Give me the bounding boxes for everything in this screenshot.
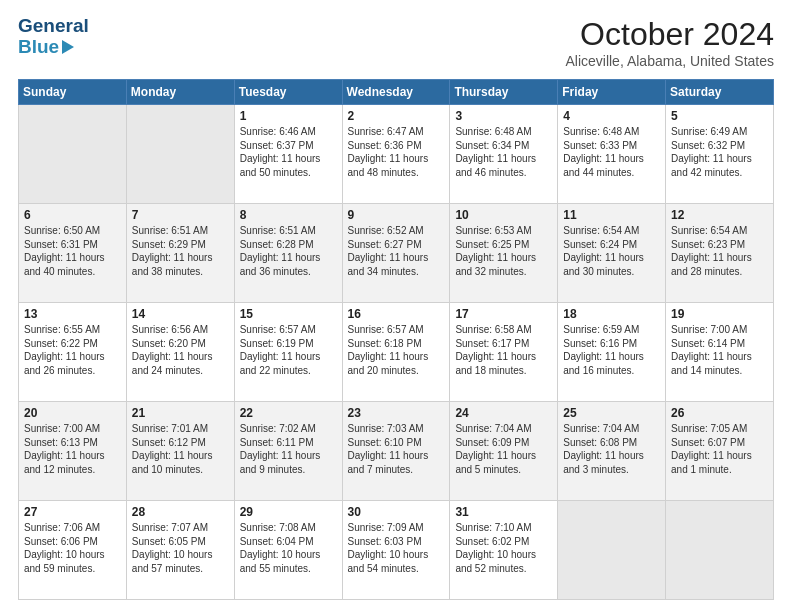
calendar-cell: 8Sunrise: 6:51 AMSunset: 6:28 PMDaylight… (234, 204, 342, 303)
calendar-cell: 2Sunrise: 6:47 AMSunset: 6:36 PMDaylight… (342, 105, 450, 204)
cell-text: Sunrise: 7:00 AMSunset: 6:13 PMDaylight:… (24, 422, 121, 476)
week-row-1: 1Sunrise: 6:46 AMSunset: 6:37 PMDaylight… (19, 105, 774, 204)
day-number: 8 (240, 208, 337, 222)
calendar-cell: 11Sunrise: 6:54 AMSunset: 6:24 PMDayligh… (558, 204, 666, 303)
day-number: 4 (563, 109, 660, 123)
day-number: 19 (671, 307, 768, 321)
calendar-cell: 18Sunrise: 6:59 AMSunset: 6:16 PMDayligh… (558, 303, 666, 402)
calendar-cell: 30Sunrise: 7:09 AMSunset: 6:03 PMDayligh… (342, 501, 450, 600)
calendar-cell: 9Sunrise: 6:52 AMSunset: 6:27 PMDaylight… (342, 204, 450, 303)
month-title: October 2024 (565, 16, 774, 53)
calendar-cell: 12Sunrise: 6:54 AMSunset: 6:23 PMDayligh… (666, 204, 774, 303)
page: General Blue October 2024 Aliceville, Al… (0, 0, 792, 612)
calendar-cell: 15Sunrise: 6:57 AMSunset: 6:19 PMDayligh… (234, 303, 342, 402)
calendar-cell: 28Sunrise: 7:07 AMSunset: 6:05 PMDayligh… (126, 501, 234, 600)
calendar-cell: 13Sunrise: 6:55 AMSunset: 6:22 PMDayligh… (19, 303, 127, 402)
day-number: 13 (24, 307, 121, 321)
cell-text: Sunrise: 7:01 AMSunset: 6:12 PMDaylight:… (132, 422, 229, 476)
logo-blue: Blue (18, 37, 59, 58)
cell-text: Sunrise: 6:56 AMSunset: 6:20 PMDaylight:… (132, 323, 229, 377)
calendar-cell: 16Sunrise: 6:57 AMSunset: 6:18 PMDayligh… (342, 303, 450, 402)
calendar-cell: 3Sunrise: 6:48 AMSunset: 6:34 PMDaylight… (450, 105, 558, 204)
cell-text: Sunrise: 6:48 AMSunset: 6:33 PMDaylight:… (563, 125, 660, 179)
day-number: 15 (240, 307, 337, 321)
calendar-cell: 19Sunrise: 7:00 AMSunset: 6:14 PMDayligh… (666, 303, 774, 402)
cell-text: Sunrise: 7:04 AMSunset: 6:09 PMDaylight:… (455, 422, 552, 476)
cell-text: Sunrise: 6:54 AMSunset: 6:23 PMDaylight:… (671, 224, 768, 278)
calendar-cell: 31Sunrise: 7:10 AMSunset: 6:02 PMDayligh… (450, 501, 558, 600)
day-number: 17 (455, 307, 552, 321)
calendar-table: SundayMondayTuesdayWednesdayThursdayFrid… (18, 79, 774, 600)
day-number: 10 (455, 208, 552, 222)
weekday-header-monday: Monday (126, 80, 234, 105)
calendar-cell: 24Sunrise: 7:04 AMSunset: 6:09 PMDayligh… (450, 402, 558, 501)
calendar-cell: 14Sunrise: 6:56 AMSunset: 6:20 PMDayligh… (126, 303, 234, 402)
cell-text: Sunrise: 6:59 AMSunset: 6:16 PMDaylight:… (563, 323, 660, 377)
cell-text: Sunrise: 6:53 AMSunset: 6:25 PMDaylight:… (455, 224, 552, 278)
weekday-header-saturday: Saturday (666, 80, 774, 105)
calendar-cell: 17Sunrise: 6:58 AMSunset: 6:17 PMDayligh… (450, 303, 558, 402)
cell-text: Sunrise: 6:49 AMSunset: 6:32 PMDaylight:… (671, 125, 768, 179)
weekday-header-tuesday: Tuesday (234, 80, 342, 105)
cell-text: Sunrise: 6:51 AMSunset: 6:29 PMDaylight:… (132, 224, 229, 278)
calendar-cell (666, 501, 774, 600)
cell-text: Sunrise: 7:00 AMSunset: 6:14 PMDaylight:… (671, 323, 768, 377)
cell-text: Sunrise: 6:48 AMSunset: 6:34 PMDaylight:… (455, 125, 552, 179)
day-number: 14 (132, 307, 229, 321)
title-section: October 2024 Aliceville, Alabama, United… (565, 16, 774, 69)
day-number: 1 (240, 109, 337, 123)
day-number: 24 (455, 406, 552, 420)
day-number: 31 (455, 505, 552, 519)
cell-text: Sunrise: 6:46 AMSunset: 6:37 PMDaylight:… (240, 125, 337, 179)
day-number: 30 (348, 505, 445, 519)
day-number: 27 (24, 505, 121, 519)
cell-text: Sunrise: 7:03 AMSunset: 6:10 PMDaylight:… (348, 422, 445, 476)
calendar-cell (19, 105, 127, 204)
day-number: 29 (240, 505, 337, 519)
cell-text: Sunrise: 6:58 AMSunset: 6:17 PMDaylight:… (455, 323, 552, 377)
week-row-3: 13Sunrise: 6:55 AMSunset: 6:22 PMDayligh… (19, 303, 774, 402)
cell-text: Sunrise: 6:47 AMSunset: 6:36 PMDaylight:… (348, 125, 445, 179)
weekday-header-sunday: Sunday (19, 80, 127, 105)
cell-text: Sunrise: 7:07 AMSunset: 6:05 PMDaylight:… (132, 521, 229, 575)
cell-text: Sunrise: 6:57 AMSunset: 6:19 PMDaylight:… (240, 323, 337, 377)
day-number: 23 (348, 406, 445, 420)
cell-text: Sunrise: 6:57 AMSunset: 6:18 PMDaylight:… (348, 323, 445, 377)
calendar-cell (558, 501, 666, 600)
day-number: 25 (563, 406, 660, 420)
header: General Blue October 2024 Aliceville, Al… (18, 16, 774, 69)
calendar-cell: 27Sunrise: 7:06 AMSunset: 6:06 PMDayligh… (19, 501, 127, 600)
cell-text: Sunrise: 7:08 AMSunset: 6:04 PMDaylight:… (240, 521, 337, 575)
cell-text: Sunrise: 7:02 AMSunset: 6:11 PMDaylight:… (240, 422, 337, 476)
cell-text: Sunrise: 7:09 AMSunset: 6:03 PMDaylight:… (348, 521, 445, 575)
calendar-cell: 22Sunrise: 7:02 AMSunset: 6:11 PMDayligh… (234, 402, 342, 501)
calendar-cell (126, 105, 234, 204)
day-number: 21 (132, 406, 229, 420)
calendar-cell: 10Sunrise: 6:53 AMSunset: 6:25 PMDayligh… (450, 204, 558, 303)
calendar-cell: 7Sunrise: 6:51 AMSunset: 6:29 PMDaylight… (126, 204, 234, 303)
cell-text: Sunrise: 7:06 AMSunset: 6:06 PMDaylight:… (24, 521, 121, 575)
cell-text: Sunrise: 6:50 AMSunset: 6:31 PMDaylight:… (24, 224, 121, 278)
cell-text: Sunrise: 7:05 AMSunset: 6:07 PMDaylight:… (671, 422, 768, 476)
weekday-header-wednesday: Wednesday (342, 80, 450, 105)
calendar-cell: 23Sunrise: 7:03 AMSunset: 6:10 PMDayligh… (342, 402, 450, 501)
day-number: 3 (455, 109, 552, 123)
cell-text: Sunrise: 6:52 AMSunset: 6:27 PMDaylight:… (348, 224, 445, 278)
day-number: 18 (563, 307, 660, 321)
day-number: 7 (132, 208, 229, 222)
weekday-header-thursday: Thursday (450, 80, 558, 105)
calendar-cell: 1Sunrise: 6:46 AMSunset: 6:37 PMDaylight… (234, 105, 342, 204)
cell-text: Sunrise: 7:10 AMSunset: 6:02 PMDaylight:… (455, 521, 552, 575)
day-number: 16 (348, 307, 445, 321)
day-number: 11 (563, 208, 660, 222)
day-number: 2 (348, 109, 445, 123)
cell-text: Sunrise: 7:04 AMSunset: 6:08 PMDaylight:… (563, 422, 660, 476)
week-row-4: 20Sunrise: 7:00 AMSunset: 6:13 PMDayligh… (19, 402, 774, 501)
calendar-cell: 4Sunrise: 6:48 AMSunset: 6:33 PMDaylight… (558, 105, 666, 204)
calendar-cell: 26Sunrise: 7:05 AMSunset: 6:07 PMDayligh… (666, 402, 774, 501)
logo-text: General Blue (18, 16, 101, 58)
location: Aliceville, Alabama, United States (565, 53, 774, 69)
weekday-header-row: SundayMondayTuesdayWednesdayThursdayFrid… (19, 80, 774, 105)
day-number: 5 (671, 109, 768, 123)
cell-text: Sunrise: 6:51 AMSunset: 6:28 PMDaylight:… (240, 224, 337, 278)
